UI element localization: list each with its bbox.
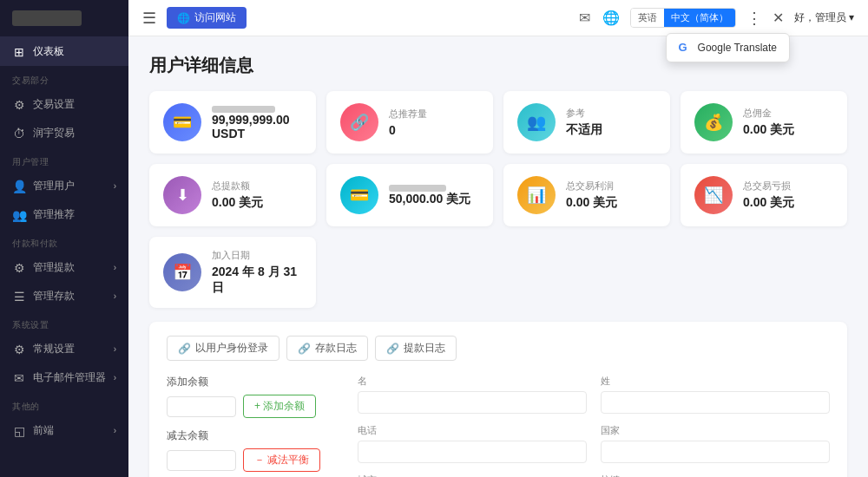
- stats-row-1: 💳 99,999,999.00 USDT 🔗 总推荐量 0 👥 参考: [149, 91, 847, 154]
- sidebar-item-arbitrage[interactable]: ⏱ 润宇贸易: [0, 119, 128, 147]
- translate-label: Google Translate: [698, 42, 777, 54]
- add-balance-button[interactable]: + 添加余额: [243, 395, 316, 418]
- withdrawals-label: 总提款额: [212, 180, 263, 193]
- reference-label: 参考: [566, 107, 602, 120]
- country-label: 国家: [601, 424, 830, 437]
- deposit-log-button[interactable]: 🔗 存款日志: [286, 336, 368, 361]
- stat-card-deposit: 💳 50,000.00 美元: [326, 164, 493, 226]
- date-card: 📅 加入日期 2024 年 8 月 31 日: [149, 237, 316, 308]
- globe-icon[interactable]: 🌐: [602, 10, 620, 26]
- visit-site-button[interactable]: 🌐 访问网站: [167, 7, 247, 29]
- language-switcher: 英语 中文（简体）: [630, 8, 736, 28]
- country-field: 国家: [601, 424, 830, 463]
- list-icon: ☰: [12, 290, 26, 304]
- commission-value: 0.00 美元: [743, 122, 794, 138]
- withdrawal-log-button[interactable]: 🔗 提款日志: [375, 336, 457, 361]
- sidebar-item-email-manager[interactable]: ✉ 电子邮件管理器 ›: [0, 363, 128, 392]
- stat-card-withdrawals: ⬇ 总提款额 0.00 美元: [149, 164, 316, 226]
- google-icon: G: [679, 41, 693, 55]
- balance-controls: 添加余额 + 添加余额 减去余额 － 减法平衡: [167, 375, 340, 477]
- loss-value: 0.00 美元: [743, 195, 794, 211]
- gear-icon: ⚙: [12, 261, 26, 275]
- sidebar-item-manage-users[interactable]: 👤 管理用户 ›: [0, 172, 128, 200]
- surname-label: 姓: [601, 375, 830, 388]
- email-icon: ✉: [12, 371, 26, 385]
- loss-label: 总交易亏损: [743, 180, 794, 193]
- balance-label-blurred: [212, 106, 275, 113]
- surname-input[interactable]: [601, 391, 830, 414]
- sidebar-item-manage-referrals[interactable]: 👥 管理推荐: [0, 200, 128, 229]
- section-label-other: 其他的: [0, 392, 128, 416]
- country-input[interactable]: [601, 441, 830, 463]
- province-label: 拉链: [601, 474, 830, 477]
- profit-label: 总交易利润: [566, 180, 617, 193]
- stat-card-reference: 👥 参考 不适用: [503, 91, 670, 154]
- surname-field: 姓: [601, 375, 830, 414]
- hamburger-button[interactable]: ☰: [142, 9, 156, 28]
- withdrawals-value: 0.00 美元: [212, 195, 263, 211]
- login-as-user-button[interactable]: 🔗 以用户身份登录: [167, 336, 279, 361]
- reference-value: 不适用: [566, 122, 602, 138]
- chevron-right-icon: ›: [114, 291, 116, 301]
- stat-card-balance: 💳 99,999,999.00 USDT: [149, 91, 316, 154]
- sidebar-item-trade-settings[interactable]: ⚙ 交易设置: [0, 90, 128, 119]
- translate-popup: G Google Translate: [666, 33, 790, 62]
- city-label: 城市: [358, 474, 587, 477]
- sidebar-item-deposits[interactable]: ☰ 管理存款 ›: [0, 282, 128, 310]
- lang-zh-button[interactable]: 中文（简体）: [664, 9, 735, 27]
- topbar-icon-group: ✉ 🌐: [579, 10, 620, 26]
- first-name-field: 名: [358, 375, 587, 414]
- sidebar-item-frontend[interactable]: ◱ 前端 ›: [0, 416, 128, 445]
- link-icon: 🔗: [298, 343, 311, 355]
- balance-value: 99,999,999.00 USDT: [212, 113, 302, 140]
- subtract-balance-input[interactable]: [167, 450, 236, 471]
- stat-card-profit: 📊 总交易利润 0.00 美元: [503, 164, 670, 226]
- sidebar-logo: [0, 0, 128, 37]
- link-icon: 🔗: [386, 343, 399, 355]
- section-label-payments: 付款和付款: [0, 229, 128, 253]
- phone-input[interactable]: [358, 441, 587, 463]
- commission-label: 总佣金: [743, 107, 794, 120]
- phone-label: 电话: [358, 424, 587, 437]
- first-name-label: 名: [358, 375, 587, 388]
- link-icon: 🔗: [178, 343, 191, 355]
- sidebar-item-dashboard[interactable]: ⊞ 仪表板: [0, 37, 128, 66]
- city-field: 城市: [358, 474, 587, 477]
- logo-image: [12, 10, 82, 26]
- chevron-right-icon: ›: [114, 181, 116, 191]
- subtract-balance-button[interactable]: － 减法平衡: [243, 448, 320, 472]
- profit-value: 0.00 美元: [566, 195, 617, 211]
- add-balance-input[interactable]: [167, 396, 236, 417]
- stat-card-loss: 📉 总交易亏损 0.00 美元: [681, 164, 847, 226]
- chevron-right-icon: ›: [114, 263, 116, 272]
- stats-row-2: ⬇ 总提款额 0.00 美元 💳 50,000.00 美元 📊 总交易利润: [149, 164, 847, 226]
- main-area: ☰ 🌐 访问网站 ✉ 🌐 英语 中文（简体） ⋮ ✕ 好，管理员 ▾ G Goo…: [128, 0, 868, 477]
- stat-card-commission: 💰 总佣金 0.00 美元: [681, 91, 847, 154]
- name-fields: 名 姓: [358, 375, 830, 414]
- dashboard-icon: ⊞: [12, 45, 26, 59]
- stat-card-referrals: 🔗 总推荐量 0: [326, 91, 493, 154]
- action-buttons-row: 🔗 以用户身份登录 🔗 存款日志 🔗 提款日志: [167, 336, 830, 361]
- add-balance-row: 添加余额 + 添加余额: [167, 375, 340, 418]
- first-name-input[interactable]: [358, 391, 587, 414]
- section-label-trading: 交易部分: [0, 66, 128, 90]
- user-form: 添加余额 + 添加余额 减去余额 － 减法平衡: [167, 375, 830, 477]
- chevron-right-icon: ›: [114, 426, 116, 435]
- user-menu[interactable]: 好，管理员 ▾: [794, 10, 854, 25]
- province-field: 拉链: [601, 474, 830, 477]
- close-button[interactable]: ✕: [773, 10, 784, 26]
- section-label-user-mgmt: 用户管理: [0, 147, 128, 172]
- referrals-value: 0: [389, 123, 427, 137]
- more-options-button[interactable]: ⋮: [746, 9, 762, 28]
- visit-icon: 🌐: [177, 12, 190, 24]
- settings-icon: ⚙: [12, 98, 26, 112]
- commission-icon: 💰: [694, 103, 733, 141]
- settings-icon: ⚙: [12, 343, 26, 356]
- loss-icon: 📉: [694, 176, 733, 214]
- sidebar-item-withdrawals[interactable]: ⚙ 管理提款 ›: [0, 253, 128, 282]
- lang-en-button[interactable]: 英语: [631, 9, 664, 27]
- balance-icon: 💳: [163, 103, 201, 141]
- deposit-icon: 💳: [340, 176, 378, 214]
- sidebar-item-general-settings[interactable]: ⚙ 常规设置 ›: [0, 335, 128, 363]
- mail-icon[interactable]: ✉: [579, 10, 590, 26]
